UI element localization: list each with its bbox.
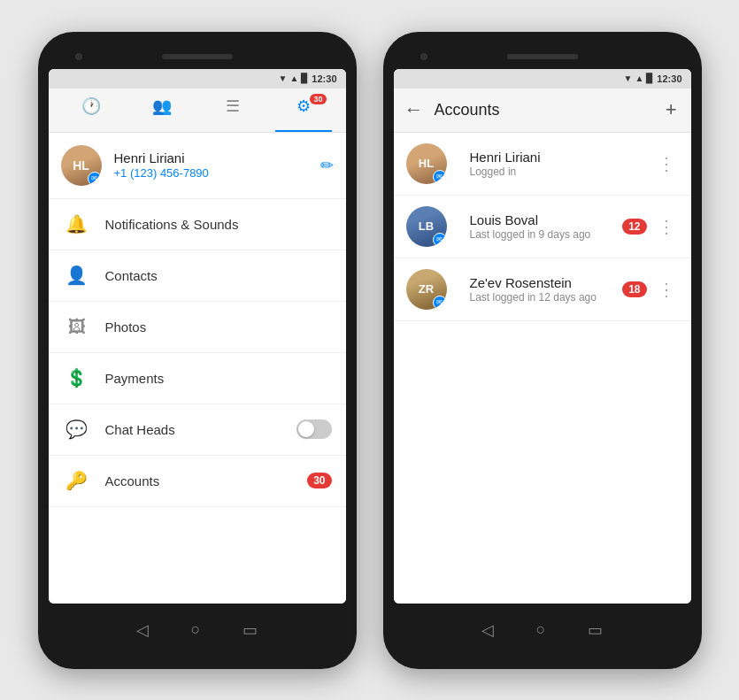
- avatar-louis: LB ✉: [406, 206, 447, 247]
- accounts-page-title: Accounts: [435, 101, 655, 119]
- tab-settings[interactable]: ⚙ 30: [268, 88, 339, 132]
- settings-item-contacts[interactable]: 👤 Contacts: [49, 250, 346, 302]
- camera-right: [420, 53, 427, 60]
- account-info-zeev: Ze'ev Rosenstein Last logged in 12 days …: [470, 275, 623, 304]
- zeev-badge: 18: [622, 281, 646, 297]
- people-icon: 👥: [152, 96, 172, 116]
- account-status-zeev: Last logged in 12 days ago: [470, 291, 623, 304]
- back-nav-button-r[interactable]: ◁: [481, 620, 494, 640]
- settings-list: 🔔 Notifications & Sounds 👤 Contacts 🖼 Ph…: [49, 199, 346, 604]
- phone-top-left: [49, 48, 346, 65]
- status-bar-left: ▼ ▲ ▉ 12:30: [49, 69, 346, 88]
- account-right-louis: 12 ⋮: [622, 212, 678, 241]
- payments-icon: 💲: [63, 364, 91, 392]
- profile-phone: +1 (123) 456-7890: [114, 166, 320, 180]
- right-screen: ▼ ▲ ▉ 12:30 ← Accounts + HL ✉: [394, 69, 691, 604]
- accounts-icon: 🔑: [63, 466, 91, 495]
- edit-icon[interactable]: ✏: [320, 156, 334, 175]
- account-item-zeev[interactable]: ZR ✉ Ze'ev Rosenstein Last logged in 12 …: [394, 258, 691, 321]
- recent-nav-button-r[interactable]: ▭: [588, 620, 603, 640]
- avatar-zeev: ZR ✉: [406, 269, 447, 310]
- back-nav-button[interactable]: ◁: [136, 620, 149, 640]
- accounts-label: Accounts: [105, 473, 308, 488]
- recent-icon: 🕐: [81, 96, 101, 116]
- account-item-louis[interactable]: LB ✉ Louis Boval Last logged in 9 days a…: [394, 196, 691, 258]
- account-status-henri: Logged in: [470, 165, 654, 178]
- tab-groups[interactable]: ☰: [197, 88, 268, 132]
- settings-item-photos[interactable]: 🖼 Photos: [49, 302, 346, 353]
- chat-heads-toggle-container: [296, 419, 332, 439]
- avatar: HL ✉: [61, 145, 102, 186]
- messenger-badge: ✉: [88, 172, 102, 186]
- groups-icon: ☰: [226, 96, 240, 116]
- avatar-henri: HL ✉: [406, 143, 447, 184]
- accounts-badge: 30: [307, 473, 331, 488]
- tab-recent[interactable]: 🕐: [56, 88, 127, 132]
- right-phone: ▼ ▲ ▉ 12:30 ← Accounts + HL ✉: [383, 32, 702, 669]
- payments-label: Payments: [105, 371, 332, 386]
- louis-initials: LB: [419, 219, 434, 233]
- profile-row[interactable]: HL ✉ Henri Liriani +1 (123) 456-7890 ✏: [49, 133, 346, 199]
- avatar-initials: HL: [73, 158, 89, 173]
- home-nav-button-r[interactable]: ○: [536, 620, 546, 639]
- contacts-label: Contacts: [105, 268, 332, 283]
- speaker-left: [162, 54, 233, 59]
- settings-item-chat-heads[interactable]: 💬 Chat Heads: [49, 404, 346, 456]
- battery-icon: ▉: [301, 73, 308, 83]
- photos-icon: 🖼: [63, 312, 91, 341]
- notifications-icon: 🔔: [63, 210, 91, 238]
- battery-icon-r: ▉: [646, 73, 653, 83]
- messenger-icon-henri: ✉: [436, 173, 443, 181]
- settings-item-accounts[interactable]: 🔑 Accounts 30: [49, 456, 346, 507]
- account-name-henri: Henri Liriani: [470, 150, 654, 165]
- status-icons-left: ▼ ▲ ▉: [279, 73, 309, 83]
- chat-heads-label: Chat Heads: [105, 422, 296, 437]
- settings-item-notifications[interactable]: 🔔 Notifications & Sounds: [49, 199, 346, 250]
- account-name-louis: Louis Boval: [470, 212, 623, 227]
- status-time-left: 12:30: [312, 73, 336, 84]
- status-bar-right: ▼ ▲ ▉ 12:30: [394, 69, 691, 88]
- toggle-knob: [298, 421, 314, 437]
- messenger-icon-zeev: ✉: [436, 298, 443, 306]
- bottom-nav-right: ◁ ○ ▭: [394, 607, 691, 653]
- recent-nav-button[interactable]: ▭: [242, 620, 258, 640]
- profile-info: Henri Liriani +1 (123) 456-7890: [114, 150, 320, 180]
- accounts-badge-container: 30: [307, 473, 331, 488]
- chat-heads-toggle[interactable]: [296, 419, 332, 439]
- status-icons-right: ▼ ▲ ▉: [624, 73, 654, 83]
- account-info-louis: Louis Boval Last logged in 9 days ago: [470, 212, 623, 241]
- louis-badge: 12: [622, 219, 646, 235]
- settings-icon: ⚙: [296, 96, 311, 116]
- signal-icon-r: ▲: [635, 73, 643, 83]
- status-time-right: 12:30: [657, 73, 681, 84]
- back-button[interactable]: ←: [397, 91, 431, 128]
- account-right-henri: ⋮: [654, 150, 679, 178]
- more-options-henri[interactable]: ⋮: [654, 150, 679, 178]
- notifications-label: Notifications & Sounds: [105, 217, 332, 232]
- more-options-louis[interactable]: ⋮: [654, 212, 679, 241]
- home-nav-button[interactable]: ○: [191, 620, 201, 639]
- profile-name: Henri Liriani: [114, 150, 320, 165]
- accounts-list: HL ✉ Henri Liriani Logged in ⋮: [394, 133, 691, 604]
- messenger-icon-louis: ✉: [436, 235, 443, 243]
- wifi-icon: ▼: [279, 73, 288, 83]
- chat-heads-icon: 💬: [63, 415, 91, 443]
- phone-top-right: [394, 48, 691, 65]
- messenger-icon: ✉: [91, 174, 97, 182]
- tab-bar-left: 🕐 👥 ☰ ⚙ 30: [49, 88, 346, 133]
- settings-item-payments[interactable]: 💲 Payments: [49, 353, 346, 404]
- wifi-icon-r: ▼: [624, 73, 633, 83]
- tab-people[interactable]: 👥: [127, 88, 197, 132]
- messenger-badge-zeev: ✉: [433, 296, 447, 310]
- signal-icon: ▲: [289, 73, 298, 83]
- account-item-henri[interactable]: HL ✉ Henri Liriani Logged in ⋮: [394, 133, 691, 196]
- speaker-right: [507, 54, 578, 59]
- bottom-nav-left: ◁ ○ ▭: [49, 607, 346, 653]
- settings-tab-badge: 30: [310, 94, 326, 104]
- account-name-zeev: Ze'ev Rosenstein: [470, 275, 623, 290]
- camera-left: [75, 53, 82, 60]
- add-account-button[interactable]: +: [658, 91, 684, 128]
- account-info-henri: Henri Liriani Logged in: [470, 150, 654, 178]
- accounts-screen-header: ← Accounts +: [394, 88, 691, 133]
- more-options-zeev[interactable]: ⋮: [654, 275, 679, 304]
